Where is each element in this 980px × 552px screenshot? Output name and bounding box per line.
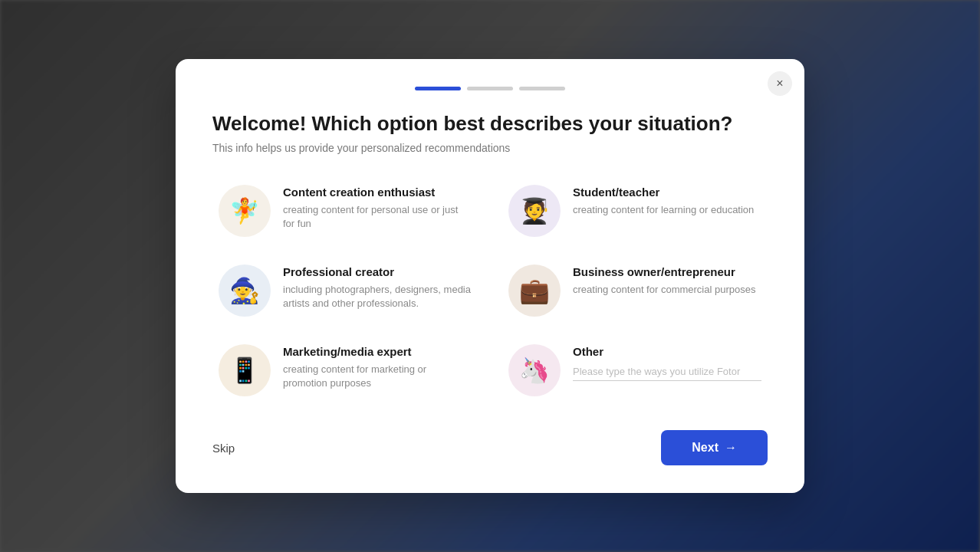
option-text-marketing-expert: Marketing/media expert creating content …	[283, 344, 472, 391]
option-text-student-teacher: Student/teacher creating content for lea…	[573, 185, 761, 217]
skip-button[interactable]: Skip	[212, 442, 235, 455]
modal-wrapper: × Welcome! Which option best describes y…	[0, 0, 980, 552]
close-icon: ×	[776, 77, 783, 90]
option-title-content-enthusiast: Content creation enthusiast	[283, 185, 472, 200]
option-desc-marketing-expert: creating content for marketing or promot…	[283, 363, 472, 392]
option-icon-marketing-expert: 📱	[219, 344, 271, 396]
progress-step-3	[519, 87, 565, 90]
other-input[interactable]	[573, 363, 761, 381]
option-desc-professional-creator: including photographers, designers, medi…	[283, 283, 472, 312]
option-icon-content-enthusiast: 🧚	[219, 185, 271, 237]
option-content-enthusiast[interactable]: 🧚 Content creation enthusiast creating c…	[212, 179, 478, 243]
option-icon-student-teacher: 🧑‍🎓	[508, 185, 561, 237]
next-button[interactable]: Next →	[661, 430, 768, 465]
next-label: Next	[692, 441, 719, 455]
progress-bar	[212, 87, 768, 90]
options-grid: 🧚 Content creation enthusiast creating c…	[212, 179, 768, 402]
progress-step-1	[415, 87, 461, 90]
close-button[interactable]: ×	[768, 71, 792, 96]
modal-dialog: × Welcome! Which option best describes y…	[176, 59, 804, 493]
option-desc-student-teacher: creating content for learning or educati…	[573, 203, 761, 218]
option-icon-business-owner: 💼	[508, 264, 561, 317]
option-title-marketing-expert: Marketing/media expert	[283, 344, 472, 360]
arrow-icon: →	[725, 441, 737, 455]
option-desc-content-enthusiast: creating content for personal use or jus…	[283, 203, 472, 232]
option-title-student-teacher: Student/teacher	[573, 185, 761, 200]
option-icon-professional-creator: 🧙	[219, 264, 271, 317]
modal-footer: Skip Next →	[212, 430, 768, 465]
option-desc-business-owner: creating content for commercial purposes	[573, 283, 761, 297]
modal-title: Welcome! Which option best describes you…	[212, 112, 768, 136]
option-icon-other: 🦄	[508, 344, 561, 396]
option-student-teacher[interactable]: 🧑‍🎓 Student/teacher creating content for…	[502, 179, 768, 243]
option-text-business-owner: Business owner/entrepreneur creating con…	[573, 264, 761, 297]
option-text-professional-creator: Professional creator including photograp…	[283, 264, 472, 311]
option-title-professional-creator: Professional creator	[283, 264, 472, 280]
option-title-business-owner: Business owner/entrepreneur	[573, 264, 761, 280]
option-other[interactable]: 🦄 Other	[502, 338, 768, 402]
progress-step-2	[467, 87, 513, 90]
option-text-other: Other	[573, 344, 761, 381]
option-business-owner[interactable]: 💼 Business owner/entrepreneur creating c…	[502, 258, 768, 323]
option-title-other: Other	[573, 344, 761, 360]
option-marketing-expert[interactable]: 📱 Marketing/media expert creating conten…	[212, 338, 478, 402]
option-professional-creator[interactable]: 🧙 Professional creator including photogr…	[212, 258, 478, 323]
modal-subtitle: This info helps us provide your personal…	[212, 142, 768, 154]
option-text-content-enthusiast: Content creation enthusiast creating con…	[283, 185, 472, 232]
